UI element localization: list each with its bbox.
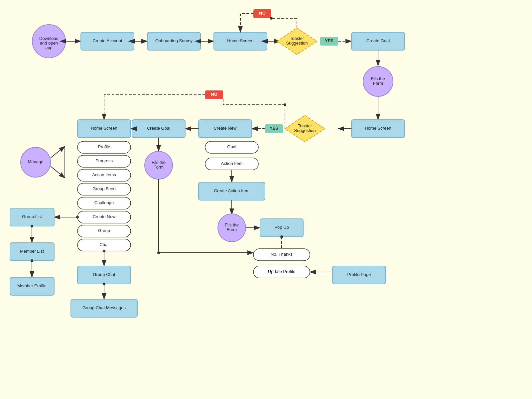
group-chat-label: Group Chat bbox=[93, 272, 115, 277]
fils-form-mid-label1: Fils the bbox=[152, 160, 166, 165]
group-list-label: Group List bbox=[22, 214, 42, 219]
update-profile-label: Update Profile bbox=[268, 269, 295, 274]
create-goal-mid-label: Create Goal bbox=[147, 126, 170, 131]
action-item-pill-label: Action Item bbox=[221, 161, 242, 166]
toaster-top-label1: Toaster bbox=[290, 36, 304, 41]
goal-pill-label: Goal bbox=[227, 144, 236, 149]
download-label: Download bbox=[39, 36, 59, 41]
toaster-mid-label2: Suggestion bbox=[294, 128, 316, 133]
member-list-label: Member List bbox=[20, 249, 44, 254]
fils-form-mid-label2: Form bbox=[154, 165, 164, 170]
yes-badge-top-label: YES bbox=[325, 38, 333, 43]
progress-pill-label: Progress bbox=[95, 158, 113, 163]
profile-pill-label: Profile bbox=[98, 144, 110, 149]
group-feed-pill-label: Group Feed bbox=[92, 186, 115, 191]
profile-page-label: Profile Page bbox=[347, 272, 371, 277]
flow-diagram: Download and open app Create Account Onb… bbox=[0, 0, 532, 399]
action-items-pill-label: Action Items bbox=[92, 172, 116, 177]
create-action-item-label: Create Action Item bbox=[214, 188, 250, 193]
home-screen-top-label: Home Screen bbox=[227, 38, 253, 43]
dot-cn-left bbox=[76, 216, 79, 218]
no-badge-top-label: NO bbox=[259, 11, 266, 16]
manage-label: Manage bbox=[28, 159, 44, 164]
create-account-label: Create Account bbox=[93, 38, 122, 43]
challenge-pill-label: Challenge bbox=[94, 200, 114, 205]
arrow-manage-hs1 bbox=[51, 146, 65, 158]
group-pill-label: Group bbox=[98, 228, 110, 233]
download-label3: app bbox=[45, 45, 53, 50]
download-label2: and open bbox=[40, 41, 58, 46]
create-goal-top-label: Create Goal bbox=[366, 38, 390, 43]
group-chat-messages-label: Group Chat Messages bbox=[82, 305, 126, 310]
fils-form-top-label1: Fils the bbox=[371, 76, 385, 81]
onboarding-label: Onboarding Survey bbox=[155, 38, 193, 43]
dot-no-top bbox=[270, 17, 273, 20]
toaster-top-label2: Suggestion bbox=[286, 41, 308, 46]
chat-pill-label: Chat bbox=[99, 242, 109, 247]
no-badge-mid-label: NO bbox=[211, 92, 217, 97]
member-profile-label: Member Profile bbox=[17, 283, 47, 288]
create-new-left-pill-label: Create New bbox=[93, 214, 116, 219]
fils-form-bottom-label2: Form bbox=[227, 227, 237, 232]
home-screen-mid-label: Home Screen bbox=[365, 126, 391, 131]
create-new-mid-label: Create New bbox=[214, 126, 237, 131]
fils-form-bottom-label1: Fils the bbox=[225, 222, 239, 227]
arrow-manage-hs2 bbox=[51, 166, 65, 178]
home-screen-left-label: Home Screen bbox=[91, 126, 117, 131]
toaster-mid-label1: Toaster bbox=[298, 123, 312, 128]
popup-label: Pop Up bbox=[274, 225, 289, 230]
no-thanks-label: No, Thanks bbox=[271, 252, 293, 257]
yes-badge-mid-label: YES bbox=[270, 126, 278, 131]
fils-form-top-label2: Form bbox=[373, 81, 383, 86]
